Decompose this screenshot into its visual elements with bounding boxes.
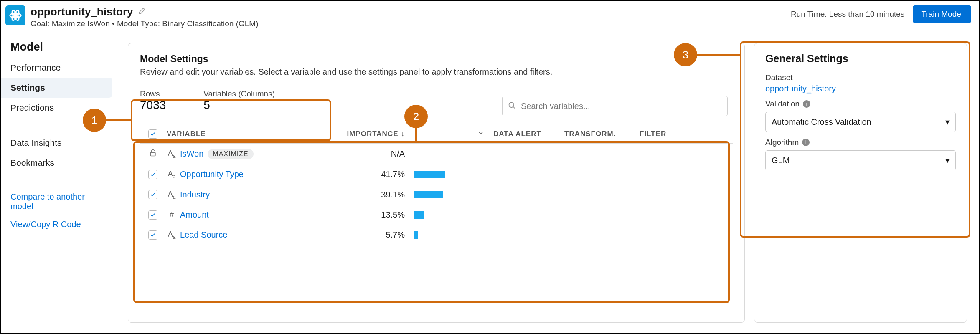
search-input[interactable] bbox=[502, 96, 728, 116]
callout-badge-3: 3 bbox=[674, 43, 697, 66]
lock-icon bbox=[149, 149, 157, 159]
sidebar-heading: Model bbox=[1, 40, 116, 58]
importance-bar bbox=[414, 211, 424, 219]
info-icon[interactable]: i bbox=[802, 139, 810, 146]
validation-select[interactable]: Automatic Cross Validation▾ bbox=[765, 112, 956, 132]
table-row[interactable]: AaLead Source5.7% bbox=[140, 225, 733, 245]
svg-point-0 bbox=[14, 14, 16, 16]
table-row[interactable]: #Amount13.5% bbox=[140, 205, 733, 225]
svg-rect-6 bbox=[150, 152, 155, 156]
algorithm-label: Algorithmi bbox=[765, 138, 956, 147]
vars-value: 5 bbox=[203, 99, 275, 112]
nav-settings[interactable]: Settings bbox=[1, 78, 112, 98]
app-icon bbox=[5, 5, 25, 25]
table-row[interactable]: AaOpportunity Type41.7% bbox=[140, 164, 733, 185]
variable-link[interactable]: Opportunity Type bbox=[180, 170, 244, 179]
expand-icon[interactable] bbox=[468, 129, 493, 139]
chevron-down-icon: ▾ bbox=[945, 117, 950, 127]
info-icon[interactable]: i bbox=[803, 100, 810, 108]
variable-link[interactable]: Industry bbox=[180, 190, 210, 200]
importance-value: 13.5% bbox=[301, 210, 414, 220]
svg-line-5 bbox=[513, 107, 515, 109]
runtime-text: Run Time: Less than 10 minutes bbox=[791, 10, 904, 19]
select-all-checkbox[interactable] bbox=[148, 129, 157, 139]
importance-value: N/A bbox=[301, 149, 414, 159]
maximize-badge: MAXIMIZE bbox=[208, 149, 253, 159]
vars-label: Variables (Columns) bbox=[203, 89, 275, 99]
sidebar: Model Performance Settings Predictions D… bbox=[1, 33, 116, 333]
importance-value: 41.7% bbox=[301, 170, 414, 179]
algorithm-select[interactable]: GLM▾ bbox=[765, 150, 956, 170]
nav-performance[interactable]: Performance bbox=[1, 58, 116, 78]
dataset-label: Dataset bbox=[765, 73, 956, 82]
row-checkbox[interactable] bbox=[148, 190, 157, 199]
dataset-link[interactable]: opportunity_history bbox=[765, 84, 956, 94]
callout-badge-2: 2 bbox=[404, 105, 428, 128]
table-row[interactable]: AaIndustry39.1% bbox=[140, 185, 733, 205]
train-model-button[interactable]: Train Model bbox=[913, 5, 971, 23]
row-checkbox[interactable] bbox=[148, 230, 157, 240]
settings-desc: Review and edit your variables. Select a… bbox=[140, 67, 733, 77]
type-icon: Aa bbox=[163, 190, 180, 200]
variable-link[interactable]: IsWon bbox=[180, 149, 203, 159]
type-icon: Aa bbox=[163, 170, 180, 180]
type-icon: Aa bbox=[163, 230, 180, 240]
importance-value: 5.7% bbox=[301, 230, 414, 240]
edit-icon[interactable] bbox=[137, 7, 146, 17]
variables-table: VARIABLE IMPORTANCE↓ DATA ALERT TRANSFOR… bbox=[140, 124, 733, 245]
col-header-variable[interactable]: VARIABLE bbox=[163, 130, 301, 138]
type-icon: Aa bbox=[163, 149, 180, 159]
callout-connector bbox=[106, 119, 131, 121]
nav-data-insights[interactable]: Data Insights bbox=[1, 133, 116, 153]
nav-bookmarks[interactable]: Bookmarks bbox=[1, 153, 116, 173]
settings-title: Model Settings bbox=[140, 53, 733, 65]
general-settings-card: General Settings Dataset opportunity_his… bbox=[754, 43, 967, 323]
type-icon: # bbox=[163, 210, 180, 219]
importance-bar bbox=[414, 231, 418, 239]
callout-connector bbox=[415, 128, 417, 142]
page-title: opportunity_history bbox=[30, 5, 133, 18]
rows-value: 7033 bbox=[140, 99, 166, 112]
chevron-down-icon: ▾ bbox=[945, 155, 950, 165]
importance-bar bbox=[414, 171, 445, 178]
svg-point-4 bbox=[509, 103, 514, 108]
col-header-transform[interactable]: TRANSFORM. bbox=[564, 130, 640, 138]
callout-badge-1: 1 bbox=[83, 109, 106, 132]
importance-value: 39.1% bbox=[301, 190, 414, 200]
col-header-data-alert[interactable]: DATA ALERT bbox=[493, 130, 564, 138]
variable-link[interactable]: Lead Source bbox=[180, 230, 227, 240]
variable-link[interactable]: Amount bbox=[180, 210, 209, 220]
link-compare-model[interactable]: Compare to another model bbox=[1, 188, 116, 215]
search-icon bbox=[508, 101, 516, 111]
link-view-r-code[interactable]: View/Copy R Code bbox=[1, 215, 116, 233]
row-checkbox[interactable] bbox=[148, 170, 157, 179]
callout-connector bbox=[697, 54, 740, 56]
col-header-importance[interactable]: IMPORTANCE↓ bbox=[301, 130, 414, 138]
validation-label: Validationi bbox=[765, 99, 956, 109]
general-title: General Settings bbox=[765, 53, 956, 65]
row-checkbox[interactable] bbox=[148, 210, 157, 220]
sort-desc-icon: ↓ bbox=[401, 130, 405, 138]
page-subtitle: Goal: Maximize IsWon • Model Type: Binar… bbox=[30, 19, 791, 28]
col-header-filter[interactable]: FILTER bbox=[640, 130, 690, 138]
topbar: opportunity_history Goal: Maximize IsWon… bbox=[1, 1, 979, 33]
table-row[interactable]: AaIsWonMAXIMIZEN/A bbox=[140, 144, 733, 164]
importance-bar bbox=[414, 191, 443, 198]
rows-label: Rows bbox=[140, 89, 166, 99]
model-settings-card: Model Settings Review and edit your vari… bbox=[128, 43, 745, 323]
